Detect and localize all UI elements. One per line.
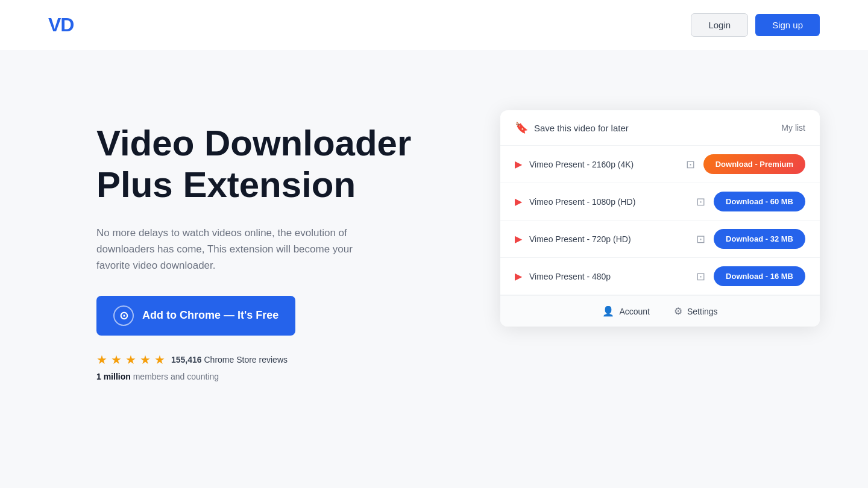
star-5: ★ xyxy=(154,352,165,367)
header: VD Login Sign up xyxy=(0,0,868,50)
cast-icon-4k: ⊡ xyxy=(686,158,695,171)
star-4: ★ xyxy=(140,352,151,367)
row-left-4k: ▶ Vimeo Present - 2160p (4K) xyxy=(515,158,634,170)
play-icon-1080: ▶ xyxy=(515,196,522,207)
star-1: ★ xyxy=(96,352,107,367)
cast-icon-720: ⊡ xyxy=(696,233,705,246)
popup-footer: 👤 Account ⚙ Settings xyxy=(500,295,820,327)
video-row-720: ▶ Vimeo Present - 720p (HD) ⊡ Download -… xyxy=(500,221,820,258)
popup-header: 🔖 Save this video for later My list xyxy=(500,110,820,146)
account-icon: 👤 xyxy=(602,305,614,317)
play-icon-720: ▶ xyxy=(515,233,522,245)
main-content: Video Downloader Plus Extension No more … xyxy=(0,50,868,478)
logo: VD xyxy=(48,14,74,36)
download-480-button[interactable]: Download - 16 MB xyxy=(714,266,805,286)
row-right-720: ⊡ Download - 32 MB xyxy=(696,229,805,249)
play-icon-480: ▶ xyxy=(515,271,522,282)
video-label-720: Vimeo Present - 720p (HD) xyxy=(529,234,631,244)
chrome-icon: ⊙ xyxy=(113,305,134,326)
video-row-1080: ▶ Vimeo Present - 1080p (HD) ⊡ Download … xyxy=(500,183,820,221)
hero-title: Video Downloader Plus Extension xyxy=(96,122,434,205)
login-button[interactable]: Login xyxy=(691,13,748,37)
header-buttons: Login Sign up xyxy=(691,13,820,37)
save-video-label: Save this video for later xyxy=(534,123,629,133)
video-row-4k: ▶ Vimeo Present - 2160p (4K) ⊡ Download … xyxy=(500,146,820,183)
play-icon-4k: ▶ xyxy=(515,158,522,170)
stars-row: ★ ★ ★ ★ ★ 155,416 Chrome Store reviews xyxy=(96,352,434,367)
account-label: Account xyxy=(619,307,650,316)
download-1080-button[interactable]: Download - 60 MB xyxy=(714,192,805,211)
row-left-720: ▶ Vimeo Present - 720p (HD) xyxy=(515,233,631,245)
download-720-button[interactable]: Download - 32 MB xyxy=(714,229,805,249)
review-count: 155,416 Chrome Store reviews xyxy=(171,355,288,364)
row-left-1080: ▶ Vimeo Present - 1080p (HD) xyxy=(515,196,635,207)
settings-button[interactable]: ⚙ Settings xyxy=(674,305,718,317)
download-premium-button[interactable]: Download - Premium xyxy=(703,154,805,174)
star-3: ★ xyxy=(125,352,136,367)
video-label-4k: Vimeo Present - 2160p (4K) xyxy=(529,160,634,169)
video-label-1080: Vimeo Present - 1080p (HD) xyxy=(529,197,635,207)
bookmark-icon: 🔖 xyxy=(515,121,528,134)
signup-button[interactable]: Sign up xyxy=(755,14,820,36)
video-row-480: ▶ Vimeo Present - 480p ⊡ Download - 16 M… xyxy=(500,258,820,295)
cast-icon-480: ⊡ xyxy=(696,270,705,283)
row-right-480: ⊡ Download - 16 MB xyxy=(696,266,805,286)
members-text: 1 million members and counting xyxy=(96,372,434,381)
settings-icon: ⚙ xyxy=(674,305,682,317)
row-right-1080: ⊡ Download - 60 MB xyxy=(696,192,805,211)
add-to-chrome-button[interactable]: ⊙ Add to Chrome — It's Free xyxy=(96,296,295,336)
account-button[interactable]: 👤 Account xyxy=(602,305,650,317)
popup-header-left: 🔖 Save this video for later xyxy=(515,121,629,134)
members-count: 1 million xyxy=(96,372,131,381)
video-label-480: Vimeo Present - 480p xyxy=(529,272,611,281)
hero-left: Video Downloader Plus Extension No more … xyxy=(96,98,434,381)
row-right-4k: ⊡ Download - Premium xyxy=(686,154,805,174)
star-2: ★ xyxy=(111,352,122,367)
settings-label: Settings xyxy=(687,307,718,316)
add-to-chrome-label: Add to Chrome — It's Free xyxy=(142,309,278,322)
hero-description: No more delays to watch videos online, t… xyxy=(96,225,362,274)
my-list-label[interactable]: My list xyxy=(781,123,805,133)
row-left-480: ▶ Vimeo Present - 480p xyxy=(515,271,611,282)
extension-popup: 🔖 Save this video for later My list ▶ Vi… xyxy=(500,110,820,327)
cast-icon-1080: ⊡ xyxy=(696,195,705,208)
